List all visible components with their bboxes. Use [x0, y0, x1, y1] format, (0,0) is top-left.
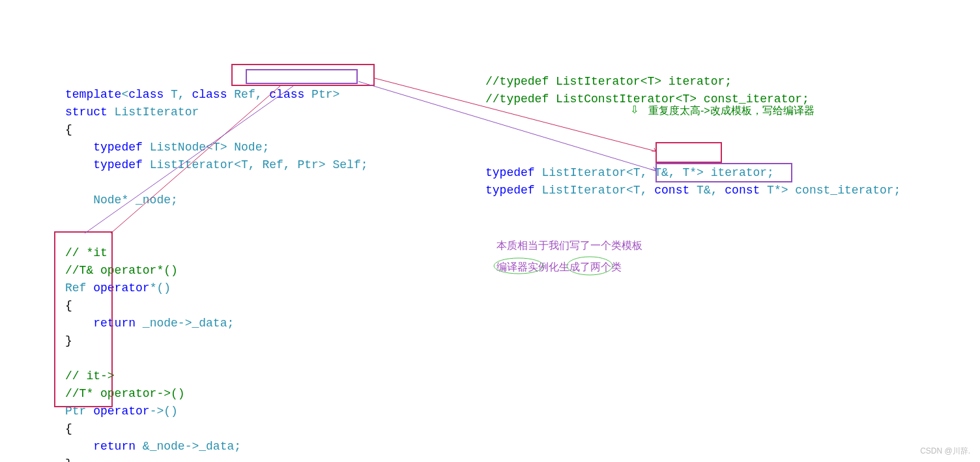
- annotation-purple-1: 本质相当于我们写了一个类模板: [497, 238, 642, 253]
- watermark: CSDN @川辞.: [920, 445, 970, 457]
- annotation-green: 重复度太高->改成模板，写给编译器: [648, 103, 814, 119]
- arrow-down-icon: ⇩: [630, 99, 639, 121]
- keyword-template: template: [65, 88, 121, 101]
- annotation-purple-2: 编译器实例化生成了两个类: [497, 259, 622, 275]
- code-left-block: template<class T, class Ref, class Ptr> …: [65, 68, 368, 462]
- code-right-typedefs: typedef ListIterator<T, T&, T*> iterator…: [485, 147, 901, 199]
- code-right-comments: //typedef ListIterator<T> iterator; //ty…: [485, 55, 809, 108]
